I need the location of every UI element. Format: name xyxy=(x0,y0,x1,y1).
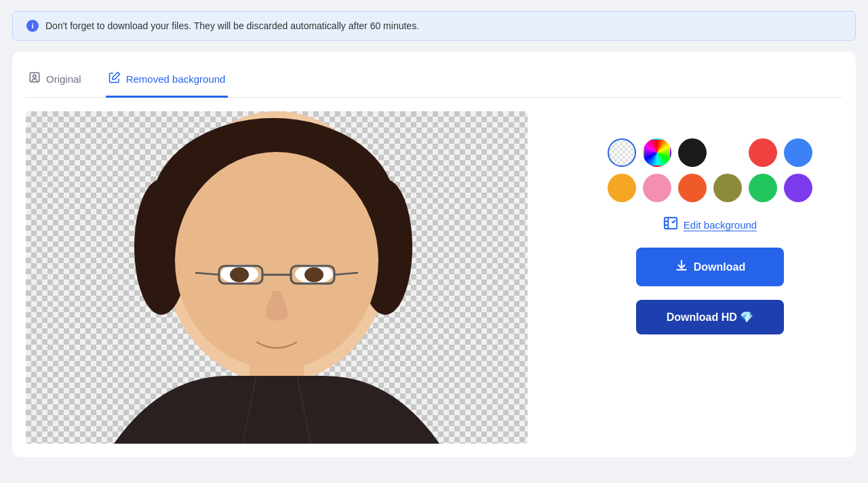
download-hd-button[interactable]: Download HD 💎 xyxy=(636,300,784,334)
swatch-red[interactable] xyxy=(749,138,777,167)
color-swatches xyxy=(608,138,812,202)
swatch-green[interactable] xyxy=(749,174,777,202)
color-row-1 xyxy=(608,138,812,167)
swatch-olive[interactable] xyxy=(713,174,742,202)
svg-point-15 xyxy=(230,267,249,282)
tab-bar: Original Removed background xyxy=(26,65,842,98)
edit-bg-icon xyxy=(663,216,678,234)
download-label: Download xyxy=(694,261,745,273)
svg-point-16 xyxy=(304,267,323,282)
sidebar: Edit background Download Download HD 💎 xyxy=(632,111,788,334)
download-icon xyxy=(675,258,688,275)
tab-removed-bg-label: Removed background xyxy=(126,73,226,85)
svg-point-1 xyxy=(33,75,37,78)
image-preview xyxy=(26,111,528,444)
swatch-purple[interactable] xyxy=(784,174,812,202)
main-card: Original Removed background xyxy=(12,52,856,457)
tab-original[interactable]: Original xyxy=(26,66,84,98)
swatch-blue[interactable] xyxy=(784,138,812,167)
svg-point-7 xyxy=(175,152,378,369)
info-icon: i xyxy=(26,20,39,32)
tab-removed-bg[interactable]: Removed background xyxy=(106,66,229,98)
edit-background-label: Edit background xyxy=(684,219,757,231)
swatch-transparent[interactable] xyxy=(608,138,636,167)
original-icon xyxy=(28,71,41,86)
color-row-2 xyxy=(608,174,812,202)
swatch-pink[interactable] xyxy=(643,174,671,202)
banner-message: Don't forget to download your files. The… xyxy=(45,20,419,31)
info-banner: i Don't forget to download your files. T… xyxy=(12,11,856,41)
swatch-gap xyxy=(713,138,742,167)
person-svg xyxy=(26,111,528,444)
image-container xyxy=(26,111,616,444)
svg-rect-18 xyxy=(665,218,677,229)
edit-background-button[interactable]: Edit background xyxy=(663,216,757,234)
download-button[interactable]: Download xyxy=(636,248,784,286)
content-area: Edit background Download Download HD 💎 xyxy=(26,111,842,444)
download-hd-label: Download HD 💎 xyxy=(667,311,753,324)
swatch-coral[interactable] xyxy=(678,174,707,202)
tab-original-label: Original xyxy=(46,73,81,85)
removed-bg-icon xyxy=(108,71,121,86)
svg-marker-2 xyxy=(113,73,120,80)
swatch-black[interactable] xyxy=(678,138,707,167)
swatch-orange[interactable] xyxy=(608,174,636,202)
swatch-rainbow[interactable] xyxy=(643,138,671,167)
